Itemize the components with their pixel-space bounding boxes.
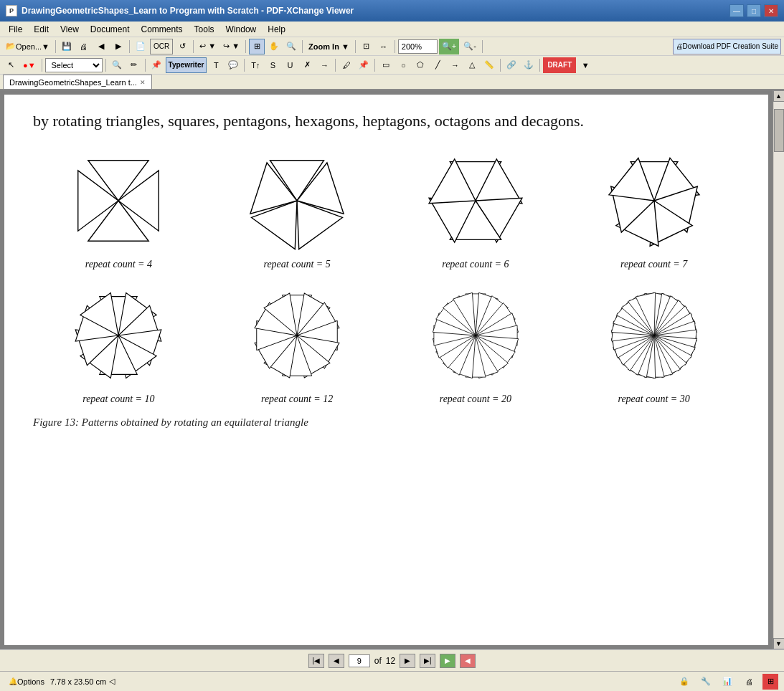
pencil-tool[interactable]: ✏ <box>126 57 142 73</box>
nav-last-button[interactable]: ▶| <box>420 654 435 668</box>
options-button[interactable]: 🔔 Options <box>6 674 47 690</box>
scrollbar[interactable]: ▲ ▼ <box>773 90 784 649</box>
select-tool[interactable]: ⊞ <box>249 39 265 54</box>
arrow-tool[interactable]: → <box>447 57 463 73</box>
shape-label-4: repeat count = 4 <box>85 259 152 270</box>
menu-edit[interactable]: Edit <box>28 23 55 36</box>
nav-prev-button[interactable]: ◀ <box>329 654 344 668</box>
page-number-input[interactable] <box>349 654 370 667</box>
rect-tool[interactable]: ▭ <box>378 57 394 73</box>
pointer-tool[interactable]: ↖ <box>3 57 19 73</box>
shape-label-10: repeat count = 10 <box>82 394 154 405</box>
ellipse-tool[interactable]: ○ <box>395 57 411 73</box>
more-tools[interactable]: ▼ <box>577 57 593 73</box>
poly-tool[interactable]: ⬠ <box>412 57 428 73</box>
expand-icon[interactable]: ◁ <box>109 677 115 686</box>
poly2-tool[interactable]: △ <box>464 57 480 73</box>
status-icon3[interactable]: 📊 <box>719 674 735 690</box>
sep6 <box>355 40 356 53</box>
menu-help[interactable]: Help <box>262 23 291 36</box>
restore-button[interactable]: □ <box>747 4 761 17</box>
scroll-track[interactable] <box>774 102 784 638</box>
draft-stamp[interactable]: DRAFT <box>543 57 576 73</box>
document-tab[interactable]: DrawingGeometricShapes_Learn t... ✕ <box>3 75 152 89</box>
shape-svg-6 <box>422 147 529 254</box>
measure-tool[interactable]: 📏 <box>481 57 497 73</box>
menu-window[interactable]: Window <box>220 23 263 36</box>
nav-prev2-button[interactable]: ◀ <box>460 654 476 668</box>
save-button[interactable]: 💾 <box>59 39 75 54</box>
shape-item-4: repeat count = 4 <box>33 147 204 270</box>
callout[interactable]: 💬 <box>225 57 241 73</box>
nav-next-button[interactable]: ▶ <box>400 654 415 668</box>
link-tool[interactable]: 🔗 <box>504 57 519 73</box>
sep3 <box>193 40 194 53</box>
nav-play-button[interactable]: ▶ <box>440 654 455 668</box>
toolbar-separator <box>55 40 56 53</box>
toolbar-2: ↖ ●▼ Select 🔍 ✏ 📌 Typewriter T 💬 T↑ S U … <box>0 56 784 75</box>
text-markup-r[interactable]: → <box>316 57 332 73</box>
menu-comments[interactable]: Comments <box>136 23 189 36</box>
shape-label-20: repeat count = 20 <box>440 394 511 405</box>
text-markup-x[interactable]: ✗ <box>299 57 315 73</box>
text-markup-s[interactable]: S <box>265 57 280 73</box>
status-icon5[interactable]: ⊞ <box>762 674 778 690</box>
pin-tool[interactable]: 📌 <box>356 57 372 73</box>
scroll-thumb[interactable] <box>774 109 784 152</box>
app-icon: P <box>6 5 17 16</box>
shape-item-20: repeat count = 20 <box>390 282 562 405</box>
status-icon1[interactable]: 🔒 <box>676 674 692 690</box>
title-bar: P DrawingGeometricShapes_Learn to Progra… <box>0 0 784 22</box>
scan-button[interactable]: 📄 <box>133 39 148 54</box>
close-button[interactable]: ✕ <box>764 4 778 17</box>
menu-document[interactable]: Document <box>85 23 136 36</box>
status-icon2[interactable]: 🔧 <box>698 674 714 690</box>
nav-back-button[interactable]: ◀ <box>93 39 109 54</box>
t2sep3 <box>145 59 146 72</box>
nav-first-button[interactable]: |◀ <box>308 654 324 668</box>
status-bar: 🔔 Options 7.78 x 23.50 cm ◁ 🔒 🔧 📊 🖨 ⊞ <box>0 671 784 691</box>
tool-select[interactable]: Select <box>45 58 103 72</box>
shape-svg-20 <box>422 282 529 389</box>
status-icon4[interactable]: 🖨 <box>741 674 757 690</box>
nav-fwd-button[interactable]: ▶ <box>110 39 126 54</box>
t2sep7 <box>500 59 501 72</box>
line-tool[interactable]: ╱ <box>430 57 445 73</box>
text-markup-u[interactable]: U <box>282 57 298 73</box>
zoom2[interactable]: 🔍 <box>109 57 125 73</box>
sticky-note[interactable]: 📌 <box>148 57 164 73</box>
stamp-tool[interactable]: 🖊 <box>339 57 354 73</box>
menu-view[interactable]: View <box>55 23 85 36</box>
t2sep4 <box>244 59 245 72</box>
menu-tools[interactable]: Tools <box>189 23 220 36</box>
zoom-input[interactable] <box>398 39 438 54</box>
fit-page[interactable]: ⊡ <box>359 39 374 54</box>
total-pages: 12 <box>386 656 395 666</box>
shape-item-6: repeat count = 6 <box>390 147 562 270</box>
scroll-up-button[interactable]: ▲ <box>773 90 785 102</box>
hand-tool[interactable]: ✋ <box>266 39 282 54</box>
ocr-button[interactable]: OCR <box>150 39 173 54</box>
scroll-down-button[interactable]: ▼ <box>773 638 785 649</box>
shapes-grid-top: repeat count = 4 repeat count = 5 <box>33 147 740 270</box>
undo-button[interactable]: ↩ ▼ <box>197 39 219 54</box>
redo-button[interactable]: ↪ ▼ <box>220 39 242 54</box>
text-box[interactable]: T <box>208 57 224 73</box>
shape-svg-7 <box>600 147 708 254</box>
red-dot-menu[interactable]: ●▼ <box>20 57 39 73</box>
print-button[interactable]: 🖨 <box>76 39 92 54</box>
anchor-tool[interactable]: ⚓ <box>521 57 537 73</box>
sep2 <box>129 40 130 53</box>
zoom-out[interactable]: 🔍- <box>461 39 479 54</box>
zoom-in-button[interactable]: 🔍 <box>283 39 299 54</box>
open-button[interactable]: 📂 Open... ▼ <box>3 39 52 54</box>
text-markup-t[interactable]: T↑ <box>247 57 263 73</box>
tab-close-button[interactable]: ✕ <box>140 79 146 86</box>
zoom-in2[interactable]: 🔍+ <box>439 39 459 54</box>
minimize-button[interactable]: — <box>729 4 744 17</box>
download-pdf[interactable]: 🖨 Download PDF Creation Suite <box>673 39 781 54</box>
typewriter-button[interactable]: Typewriter <box>166 57 207 73</box>
menu-file[interactable]: File <box>3 23 28 36</box>
fit-width[interactable]: ↔ <box>376 39 392 54</box>
refresh-button[interactable]: ↺ <box>174 39 190 54</box>
